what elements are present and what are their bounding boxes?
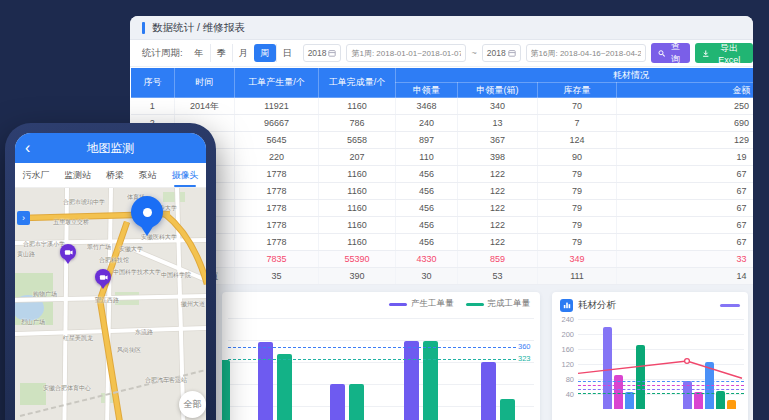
- filter-bar: 统计周期: 年季月周日 2018 ~ 2018 查询 导出Excel: [130, 40, 753, 67]
- table-cell: 35: [235, 268, 319, 285]
- table-cell: 19: [617, 149, 754, 166]
- consumable-bar: [727, 400, 736, 409]
- end-week-input[interactable]: [526, 44, 646, 62]
- phone-mockup: ‹ 地图监测 污水厂监测站桥梁泵站摄像头: [5, 123, 216, 420]
- pin-tail: [140, 225, 154, 236]
- table-cell: 11921: [235, 98, 319, 115]
- panel-expander-icon[interactable]: ›: [17, 211, 30, 225]
- camera-marker-tail: [64, 258, 72, 264]
- table-cell: 1778: [235, 234, 319, 251]
- workorder-chart-card: 产生工单量完成工单量 360323: [222, 292, 540, 420]
- table-cell: 207: [319, 149, 396, 166]
- phone-tab-监测站[interactable]: 监测站: [64, 163, 91, 187]
- table-cell: 220: [235, 149, 319, 166]
- table-cell: 122: [458, 200, 538, 217]
- export-excel-button[interactable]: 导出Excel: [695, 43, 753, 63]
- table-cell: 122: [458, 183, 538, 200]
- table-cell: 456: [396, 183, 458, 200]
- table-cell: 55390: [319, 251, 396, 268]
- map-label: 中国科学技术大学: [113, 268, 161, 277]
- phone-tab-污水厂[interactable]: 污水厂: [22, 163, 49, 187]
- camera-marker[interactable]: [95, 269, 111, 289]
- table-cell: 1778: [235, 183, 319, 200]
- table-cell: 33: [617, 251, 754, 268]
- phone-tab-桥梁[interactable]: 桥梁: [106, 163, 124, 187]
- dashboard-window: 数据统计 / 维修报表 统计周期: 年季月周日 2018 ~ 2018 查询 导: [130, 16, 753, 420]
- table-cell: 456: [396, 166, 458, 183]
- period-option[interactable]: 年: [188, 44, 210, 62]
- table-cell: 859: [458, 251, 538, 268]
- map-label: 安徽合肥体育中心: [43, 384, 91, 393]
- table-header-row: 序号 时间 工单产生量/个 工单完成量/个 耗材情况: [131, 68, 754, 83]
- table-cell: 1160: [319, 166, 396, 183]
- consumable-bar: [603, 327, 612, 410]
- gridline: [228, 340, 534, 341]
- table-cell: 67: [617, 166, 754, 183]
- phone-tab-bar: 污水厂监测站桥梁泵站摄像头: [15, 163, 206, 188]
- all-filter-button[interactable]: 全部: [179, 391, 206, 418]
- table-cell: 122: [458, 234, 538, 251]
- column-header-time: 时间: [175, 68, 235, 98]
- table-cell: 1778: [235, 217, 319, 234]
- table-cell: 67: [617, 217, 754, 234]
- phone-tab-摄像头[interactable]: 摄像头: [172, 163, 199, 187]
- column-header-index: 序号: [131, 68, 175, 98]
- map-label: 五里墩立交桥: [53, 218, 89, 227]
- table-cell: 5658: [319, 132, 396, 149]
- start-year-select[interactable]: 2018: [303, 44, 342, 62]
- period-option[interactable]: 月: [232, 44, 254, 62]
- selected-location-pin[interactable]: [131, 196, 163, 236]
- reference-line: [578, 385, 744, 386]
- pin-head: [131, 196, 163, 228]
- table-cell: 786: [319, 115, 396, 132]
- map-label: 安徽大学: [119, 245, 143, 254]
- export-button-label: 导出Excel: [713, 42, 747, 65]
- table-cell: 4330: [396, 251, 458, 268]
- table-body: 12014年1192111603468340702502966677862401…: [131, 98, 754, 285]
- breadcrumb: 数据统计 / 维修报表: [130, 16, 753, 40]
- table-cell: 7: [538, 115, 617, 132]
- period-segments: 年季月周日: [188, 44, 298, 62]
- table-cell: 1778: [235, 200, 319, 217]
- table-cell: 456: [396, 200, 458, 217]
- reference-line-label: 323: [518, 354, 538, 363]
- camera-marker[interactable]: [60, 244, 76, 264]
- period-option[interactable]: 日: [276, 44, 298, 62]
- bar-completed: [222, 360, 230, 420]
- table-cell: 79: [538, 217, 617, 234]
- phone-header: ‹ 地图监测: [15, 133, 206, 163]
- end-year-select[interactable]: 2018: [482, 44, 521, 62]
- period-option[interactable]: 周: [254, 44, 276, 62]
- table-cell: 3468: [396, 98, 458, 115]
- average-row: 平均值35390305311114: [131, 268, 754, 285]
- table-cell: 129: [617, 132, 754, 149]
- period-option[interactable]: 季: [210, 44, 232, 62]
- map-label: 购物广场: [33, 290, 57, 299]
- table-cell: 390: [319, 268, 396, 285]
- reference-line: [578, 393, 744, 394]
- query-button[interactable]: 查询: [651, 43, 690, 63]
- bar-completed: [277, 354, 292, 420]
- reference-line: [578, 389, 744, 390]
- phone-page-title: 地图监测: [87, 140, 135, 157]
- table-cell: 67: [617, 200, 754, 217]
- bar-created: [330, 384, 345, 420]
- table-cell: 53: [458, 268, 538, 285]
- table-cell: 349: [538, 251, 617, 268]
- workorder-chart-plot: 360323: [222, 292, 540, 420]
- phone-tab-泵站[interactable]: 泵站: [139, 163, 157, 187]
- map-view[interactable]: › 合肥市琥珀中学体育场安徽农业大学五里墩立交桥合肥市宁溪小学翠竹广场安徽大学安…: [15, 188, 206, 420]
- table-cell: 1: [131, 98, 175, 115]
- screenshot-canvas: 数据统计 / 维修报表 统计周期: 年季月周日 2018 ~ 2018 查询 导: [0, 0, 769, 420]
- bar-completed: [500, 399, 515, 420]
- table-cell: 456: [396, 234, 458, 251]
- table-cell: 340: [458, 98, 538, 115]
- back-icon[interactable]: ‹: [25, 134, 30, 162]
- map-label: 中国科学院: [161, 271, 191, 280]
- bar-completed: [349, 384, 364, 420]
- total-row: 合计783555390433085934933: [131, 251, 754, 268]
- table-cell: 250: [617, 98, 754, 115]
- table-cell: 2014年: [175, 98, 235, 115]
- consumable-bar: [694, 392, 703, 409]
- start-week-input[interactable]: [346, 44, 466, 62]
